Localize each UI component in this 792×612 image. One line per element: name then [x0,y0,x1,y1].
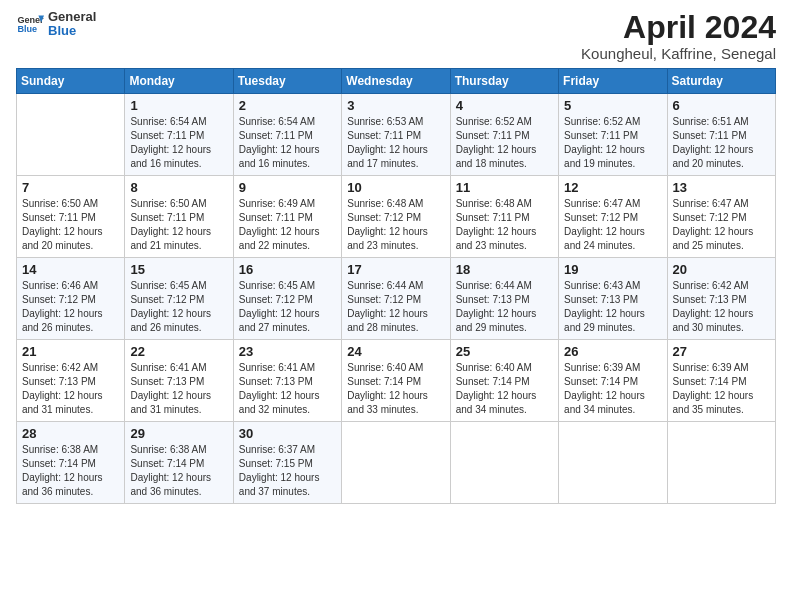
day-info: Sunrise: 6:52 AMSunset: 7:11 PMDaylight:… [564,116,645,169]
day-number: 9 [239,180,336,195]
day-info: Sunrise: 6:48 AMSunset: 7:12 PMDaylight:… [347,198,428,251]
day-number: 21 [22,344,119,359]
day-number: 27 [673,344,770,359]
header-day: Friday [559,69,667,94]
day-cell: 16 Sunrise: 6:45 AMSunset: 7:12 PMDaylig… [233,258,341,340]
week-row: 21 Sunrise: 6:42 AMSunset: 7:13 PMDaylig… [17,340,776,422]
calendar-subtitle: Koungheul, Kaffrine, Senegal [581,45,776,62]
day-info: Sunrise: 6:38 AMSunset: 7:14 PMDaylight:… [22,444,103,497]
day-info: Sunrise: 6:51 AMSunset: 7:11 PMDaylight:… [673,116,754,169]
header-row: SundayMondayTuesdayWednesdayThursdayFrid… [17,69,776,94]
logo-blue: Blue [48,24,96,38]
day-info: Sunrise: 6:44 AMSunset: 7:13 PMDaylight:… [456,280,537,333]
header-day: Sunday [17,69,125,94]
day-info: Sunrise: 6:37 AMSunset: 7:15 PMDaylight:… [239,444,320,497]
day-cell: 8 Sunrise: 6:50 AMSunset: 7:11 PMDayligh… [125,176,233,258]
day-number: 3 [347,98,444,113]
day-info: Sunrise: 6:43 AMSunset: 7:13 PMDaylight:… [564,280,645,333]
day-cell: 28 Sunrise: 6:38 AMSunset: 7:14 PMDaylig… [17,422,125,504]
day-cell: 4 Sunrise: 6:52 AMSunset: 7:11 PMDayligh… [450,94,558,176]
day-cell: 24 Sunrise: 6:40 AMSunset: 7:14 PMDaylig… [342,340,450,422]
logo-general: General [48,10,96,24]
day-number: 24 [347,344,444,359]
day-info: Sunrise: 6:42 AMSunset: 7:13 PMDaylight:… [673,280,754,333]
day-number: 5 [564,98,661,113]
header-day: Tuesday [233,69,341,94]
day-number: 1 [130,98,227,113]
header: General Blue General Blue April 2024 Kou… [16,10,776,62]
day-cell: 10 Sunrise: 6:48 AMSunset: 7:12 PMDaylig… [342,176,450,258]
day-info: Sunrise: 6:54 AMSunset: 7:11 PMDaylight:… [239,116,320,169]
calendar-title: April 2024 [581,10,776,45]
day-number: 11 [456,180,553,195]
day-info: Sunrise: 6:47 AMSunset: 7:12 PMDaylight:… [564,198,645,251]
day-cell: 21 Sunrise: 6:42 AMSunset: 7:13 PMDaylig… [17,340,125,422]
day-number: 14 [22,262,119,277]
day-number: 2 [239,98,336,113]
day-number: 10 [347,180,444,195]
day-cell: 30 Sunrise: 6:37 AMSunset: 7:15 PMDaylig… [233,422,341,504]
header-day: Thursday [450,69,558,94]
day-number: 18 [456,262,553,277]
title-block: April 2024 Koungheul, Kaffrine, Senegal [581,10,776,62]
day-cell: 3 Sunrise: 6:53 AMSunset: 7:11 PMDayligh… [342,94,450,176]
day-info: Sunrise: 6:53 AMSunset: 7:11 PMDaylight:… [347,116,428,169]
day-number: 4 [456,98,553,113]
day-number: 23 [239,344,336,359]
day-info: Sunrise: 6:44 AMSunset: 7:12 PMDaylight:… [347,280,428,333]
header-day: Monday [125,69,233,94]
day-number: 13 [673,180,770,195]
day-cell: 19 Sunrise: 6:43 AMSunset: 7:13 PMDaylig… [559,258,667,340]
day-cell: 6 Sunrise: 6:51 AMSunset: 7:11 PMDayligh… [667,94,775,176]
day-info: Sunrise: 6:52 AMSunset: 7:11 PMDaylight:… [456,116,537,169]
day-number: 15 [130,262,227,277]
day-number: 6 [673,98,770,113]
header-day: Saturday [667,69,775,94]
day-cell [559,422,667,504]
day-number: 28 [22,426,119,441]
day-cell [342,422,450,504]
day-number: 29 [130,426,227,441]
day-cell: 11 Sunrise: 6:48 AMSunset: 7:11 PMDaylig… [450,176,558,258]
week-row: 28 Sunrise: 6:38 AMSunset: 7:14 PMDaylig… [17,422,776,504]
day-info: Sunrise: 6:49 AMSunset: 7:11 PMDaylight:… [239,198,320,251]
day-cell: 5 Sunrise: 6:52 AMSunset: 7:11 PMDayligh… [559,94,667,176]
day-cell: 26 Sunrise: 6:39 AMSunset: 7:14 PMDaylig… [559,340,667,422]
day-number: 8 [130,180,227,195]
svg-text:Blue: Blue [17,25,37,35]
day-info: Sunrise: 6:54 AMSunset: 7:11 PMDaylight:… [130,116,211,169]
day-number: 7 [22,180,119,195]
day-cell: 12 Sunrise: 6:47 AMSunset: 7:12 PMDaylig… [559,176,667,258]
day-info: Sunrise: 6:45 AMSunset: 7:12 PMDaylight:… [130,280,211,333]
logo: General Blue General Blue [16,10,96,39]
day-cell: 18 Sunrise: 6:44 AMSunset: 7:13 PMDaylig… [450,258,558,340]
day-number: 17 [347,262,444,277]
day-info: Sunrise: 6:41 AMSunset: 7:13 PMDaylight:… [239,362,320,415]
day-number: 19 [564,262,661,277]
day-info: Sunrise: 6:45 AMSunset: 7:12 PMDaylight:… [239,280,320,333]
calendar-table: SundayMondayTuesdayWednesdayThursdayFrid… [16,68,776,504]
day-number: 22 [130,344,227,359]
week-row: 7 Sunrise: 6:50 AMSunset: 7:11 PMDayligh… [17,176,776,258]
day-cell: 14 Sunrise: 6:46 AMSunset: 7:12 PMDaylig… [17,258,125,340]
page: General Blue General Blue April 2024 Kou… [0,0,792,612]
day-cell: 29 Sunrise: 6:38 AMSunset: 7:14 PMDaylig… [125,422,233,504]
day-cell [17,94,125,176]
day-cell: 7 Sunrise: 6:50 AMSunset: 7:11 PMDayligh… [17,176,125,258]
day-info: Sunrise: 6:47 AMSunset: 7:12 PMDaylight:… [673,198,754,251]
day-info: Sunrise: 6:46 AMSunset: 7:12 PMDaylight:… [22,280,103,333]
day-info: Sunrise: 6:50 AMSunset: 7:11 PMDaylight:… [130,198,211,251]
day-info: Sunrise: 6:48 AMSunset: 7:11 PMDaylight:… [456,198,537,251]
day-number: 26 [564,344,661,359]
day-cell: 15 Sunrise: 6:45 AMSunset: 7:12 PMDaylig… [125,258,233,340]
day-cell: 23 Sunrise: 6:41 AMSunset: 7:13 PMDaylig… [233,340,341,422]
week-row: 1 Sunrise: 6:54 AMSunset: 7:11 PMDayligh… [17,94,776,176]
week-row: 14 Sunrise: 6:46 AMSunset: 7:12 PMDaylig… [17,258,776,340]
day-cell: 20 Sunrise: 6:42 AMSunset: 7:13 PMDaylig… [667,258,775,340]
day-info: Sunrise: 6:39 AMSunset: 7:14 PMDaylight:… [564,362,645,415]
day-info: Sunrise: 6:41 AMSunset: 7:13 PMDaylight:… [130,362,211,415]
day-info: Sunrise: 6:39 AMSunset: 7:14 PMDaylight:… [673,362,754,415]
day-cell [667,422,775,504]
day-number: 12 [564,180,661,195]
day-info: Sunrise: 6:40 AMSunset: 7:14 PMDaylight:… [347,362,428,415]
